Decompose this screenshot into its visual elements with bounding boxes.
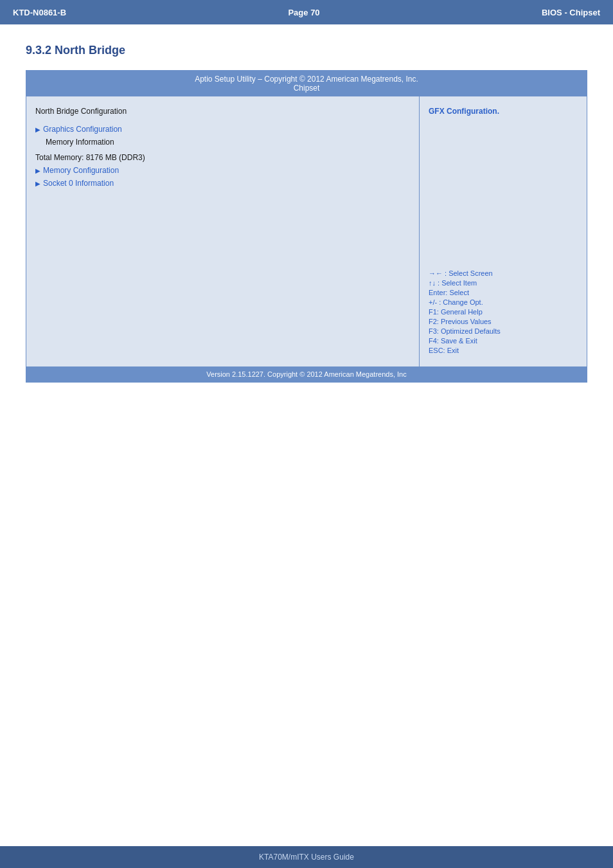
arrow-icon-socket: ▶ xyxy=(35,180,40,187)
bios-title-line1: Aptio Setup Utility – Copyright © 2012 A… xyxy=(26,75,587,84)
key-f4: F4: Save & Exit xyxy=(429,337,578,345)
header-left: KTD-N0861-B xyxy=(13,8,66,17)
socket0-info-item[interactable]: ▶ Socket 0 Information xyxy=(35,179,410,188)
graphics-config-item[interactable]: ▶ Graphics Configuration xyxy=(35,125,410,134)
bottom-footer: KTA70M/mITX Users Guide xyxy=(0,846,613,868)
bios-footer: Version 2.15.1227. Copyright © 2012 Amer… xyxy=(26,366,587,382)
arrow-icon-memory: ▶ xyxy=(35,167,40,174)
memory-config-label: Memory Configuration xyxy=(43,166,119,175)
header-right: BIOS - Chipset xyxy=(542,8,600,17)
bios-title-line2: Chipset xyxy=(26,84,587,93)
bios-right-panel: GFX Configuration. →← : Select Screen ↑↓… xyxy=(420,96,587,366)
key-f1: F1: General Help xyxy=(429,308,578,316)
arrow-icon: ▶ xyxy=(35,126,40,133)
north-bridge-title: North Bridge Configuration xyxy=(35,107,410,116)
gfx-help-text: GFX Configuration. xyxy=(429,107,578,116)
key-select-item: ↑↓ : Select Item xyxy=(429,279,578,287)
memory-information-item: Memory Information xyxy=(46,138,410,147)
memory-config-item[interactable]: ▶ Memory Configuration xyxy=(35,166,410,175)
key-esc: ESC: Exit xyxy=(429,347,578,354)
graphics-config-label: Graphics Configuration xyxy=(43,125,122,134)
key-f2: F2: Previous Values xyxy=(429,318,578,325)
key-select-screen: →← : Select Screen xyxy=(429,269,578,277)
bios-content: North Bridge Configuration ▶ Graphics Co… xyxy=(26,96,587,366)
socket0-info-label: Socket 0 Information xyxy=(43,179,114,188)
key-change-opt: +/- : Change Opt. xyxy=(429,298,578,306)
key-enter: Enter: Select xyxy=(429,289,578,296)
total-memory-info: Total Memory: 8176 MB (DDR3) xyxy=(35,153,410,162)
top-header: KTD-N0861-B Page 70 BIOS - Chipset xyxy=(0,0,613,24)
bios-panel: Aptio Setup Utility – Copyright © 2012 A… xyxy=(26,70,587,383)
bios-title-bar: Aptio Setup Utility – Copyright © 2012 A… xyxy=(26,71,587,96)
key-help-section: →← : Select Screen ↑↓ : Select Item Ente… xyxy=(429,269,578,356)
section-heading: 9.3.2 North Bridge xyxy=(0,24,613,70)
header-center: Page 70 xyxy=(288,8,319,17)
key-f3: F3: Optimized Defaults xyxy=(429,327,578,335)
bios-left-panel: North Bridge Configuration ▶ Graphics Co… xyxy=(26,96,420,366)
